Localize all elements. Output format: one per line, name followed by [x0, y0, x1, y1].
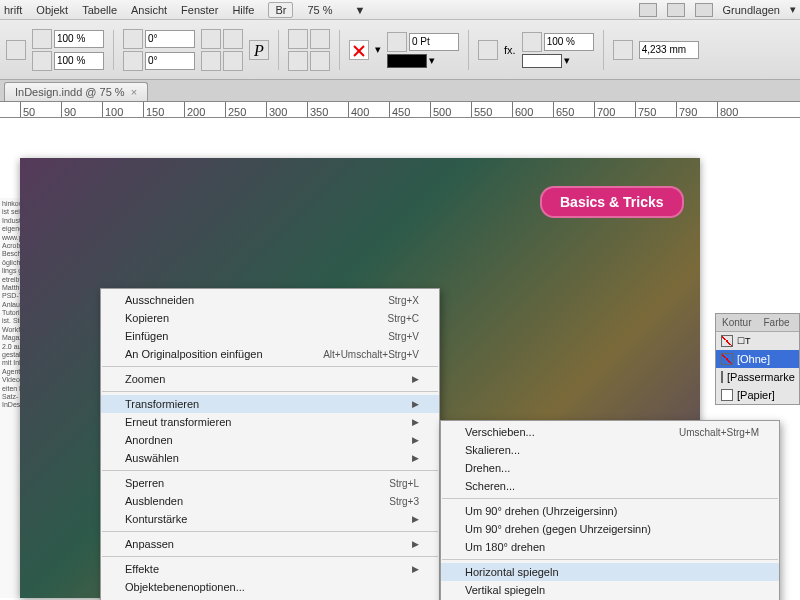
dimension-field[interactable]: 4,233 mm: [639, 41, 699, 59]
transform-submenu[interactable]: Verschieben...Umschalt+Strg+MSkalieren..…: [440, 420, 780, 600]
menu-item-sperren[interactable]: SperrenStrg+L: [101, 474, 439, 492]
swatch-none[interactable]: [Ohne]: [737, 353, 770, 365]
menu-ansicht[interactable]: Ansicht: [131, 4, 167, 16]
menu-objekt[interactable]: Objekt: [36, 4, 68, 16]
menu-item-anordnen[interactable]: Anordnen▶: [101, 431, 439, 449]
menu-item-objektebenenoptionen-[interactable]: Objektebenenoptionen...: [101, 578, 439, 596]
swatch-none-icon[interactable]: [721, 335, 733, 347]
select-container-icon[interactable]: [288, 29, 308, 49]
fill-none-icon[interactable]: [349, 40, 369, 60]
kontur-tab[interactable]: Kontur: [716, 314, 757, 331]
close-icon[interactable]: ×: [131, 86, 137, 98]
fx-button[interactable]: fx.: [504, 44, 516, 56]
text-wrap-icon[interactable]: [613, 40, 633, 60]
rotate-cw-icon[interactable]: [201, 29, 221, 49]
stroke-weight-icon: [387, 32, 407, 52]
ref-point-icon[interactable]: [6, 40, 26, 60]
rotate-icon: [123, 29, 143, 49]
bridge-button[interactable]: Br: [268, 2, 293, 18]
menu-item-scheren-[interactable]: Scheren...: [441, 477, 779, 495]
swatch-registration-sw[interactable]: [721, 371, 723, 383]
menu-item-ausblenden[interactable]: AusblendenStrg+3: [101, 492, 439, 510]
view-options-icon[interactable]: [695, 3, 713, 17]
menu-item-beschriftungen[interactable]: Beschriftungen▶: [101, 596, 439, 600]
canvas-area[interactable]: hinkowitz ist gel... Er ist seit vielen …: [0, 118, 800, 600]
opacity-icon: [522, 32, 542, 52]
menu-hilfe[interactable]: Hilfe: [232, 4, 254, 16]
menu-item-drehen-[interactable]: Drehen...: [441, 459, 779, 477]
context-menu[interactable]: AusschneidenStrg+XKopierenStrg+CEinfügen…: [100, 288, 440, 600]
opacity-field[interactable]: 100 %: [544, 33, 594, 51]
screen-mode-icon[interactable]: [639, 3, 657, 17]
menu-item-an-originalposition-einf-gen[interactable]: An Originalposition einfügenAlt+Umschalt…: [101, 345, 439, 363]
menu-bar: hrift Objekt Tabelle Ansicht Fenster Hil…: [0, 0, 800, 20]
select-next-icon[interactable]: [310, 51, 330, 71]
farbe-tab[interactable]: Farbe: [757, 314, 795, 331]
arrange-icon[interactable]: [667, 3, 685, 17]
shear-field[interactable]: 0°: [145, 52, 195, 70]
basics-tricks-badge[interactable]: Basics & Tricks: [540, 186, 684, 218]
menu-item-zoomen[interactable]: Zoomen▶: [101, 370, 439, 388]
menu-item-um-90-drehen-uhrzeigersinn-[interactable]: Um 90° drehen (Uhrzeigersinn): [441, 502, 779, 520]
select-content-icon[interactable]: [310, 29, 330, 49]
blend-mode[interactable]: [522, 54, 562, 68]
menu-fenster[interactable]: Fenster: [181, 4, 218, 16]
document-tab-bar: InDesign.indd @ 75 % ×: [0, 80, 800, 102]
menu-item-um-180-drehen[interactable]: Um 180° drehen: [441, 538, 779, 556]
shear-icon: [123, 51, 143, 71]
menu-item-anpassen[interactable]: Anpassen▶: [101, 535, 439, 553]
workspace-switcher[interactable]: Grundlagen: [723, 4, 781, 16]
menu-item-einf-gen[interactable]: EinfügenStrg+V: [101, 327, 439, 345]
menu-item-horizontal-spiegeln[interactable]: Horizontal spiegeln: [441, 563, 779, 581]
menu-item-verschieben-[interactable]: Verschieben...Umschalt+Strg+M: [441, 423, 779, 441]
menu-item-transformieren[interactable]: Transformieren▶: [101, 395, 439, 413]
menu-item-vertikal-spiegeln[interactable]: Vertikal spiegeln: [441, 581, 779, 599]
menu-item-um-90-drehen-gegen-uhrzeigersinn-[interactable]: Um 90° drehen (gegen Uhrzeigersinn): [441, 520, 779, 538]
menu-item-ausw-hlen[interactable]: Auswählen▶: [101, 449, 439, 467]
stroke-style[interactable]: [387, 54, 427, 68]
scale-x-icon: [32, 29, 52, 49]
rotate-ccw-icon[interactable]: [201, 51, 221, 71]
rotation-field[interactable]: 0°: [145, 30, 195, 48]
flip-h-icon[interactable]: [223, 29, 243, 49]
drop-shadow-icon[interactable]: [478, 40, 498, 60]
zoom-display[interactable]: 75 %: [307, 4, 332, 16]
select-prev-icon[interactable]: [288, 51, 308, 71]
menu-item-effekte[interactable]: Effekte▶: [101, 560, 439, 578]
swatches-panel[interactable]: Kontur Farbe ☐T [Ohne] [Passermarke [Pap…: [715, 313, 800, 405]
menu-item-konturst-rke[interactable]: Konturstärke▶: [101, 510, 439, 528]
swatch-paper[interactable]: [Papier]: [737, 389, 775, 401]
tab-title: InDesign.indd @ 75 %: [15, 86, 125, 98]
menu-tabelle[interactable]: Tabelle: [82, 4, 117, 16]
menu-item-erneut-transformieren[interactable]: Erneut transformieren▶: [101, 413, 439, 431]
document-tab[interactable]: InDesign.indd @ 75 % ×: [4, 82, 148, 101]
scale-x-field[interactable]: 100 %: [54, 30, 104, 48]
menu-item-skalieren-[interactable]: Skalieren...: [441, 441, 779, 459]
flip-v-icon[interactable]: [223, 51, 243, 71]
scale-y-icon: [32, 51, 52, 71]
scale-y-field[interactable]: 100 %: [54, 52, 104, 70]
menu-item-kopieren[interactable]: KopierenStrg+C: [101, 309, 439, 327]
swatch-none-sw[interactable]: [721, 353, 733, 365]
p-icon[interactable]: P: [249, 40, 269, 60]
menu-item-ausschneiden[interactable]: AusschneidenStrg+X: [101, 291, 439, 309]
swatch-registration[interactable]: [Passermarke: [727, 371, 795, 383]
control-panel: 100 % 100 % 0° 0° P ▾ 0 Pt ▾ fx. 100 % ▾…: [0, 20, 800, 80]
horizontal-ruler: 5090100150200250300350400450500550600650…: [0, 102, 800, 118]
stroke-weight-field[interactable]: 0 Pt: [409, 33, 459, 51]
menu-schrift[interactable]: hrift: [4, 4, 22, 16]
swatch-paper-sw[interactable]: [721, 389, 733, 401]
